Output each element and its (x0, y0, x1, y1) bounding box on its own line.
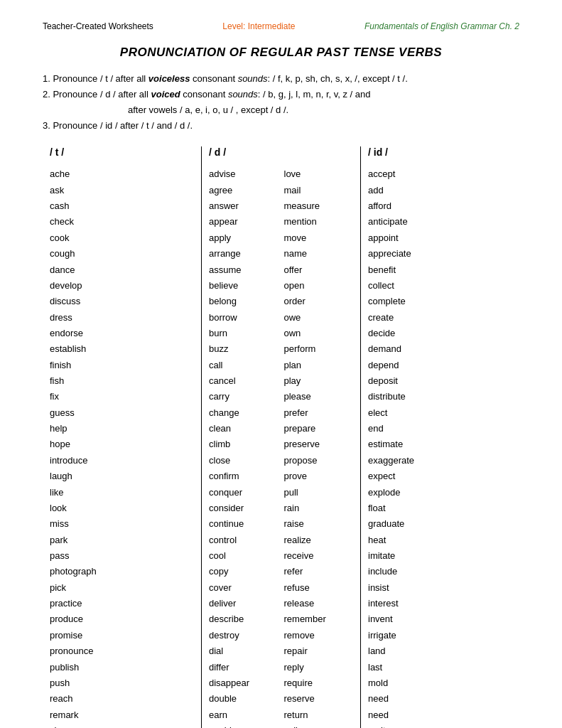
list-item: continue (209, 516, 279, 532)
header-center: Level: Intermediate (222, 21, 295, 31)
list-item: advise (209, 166, 279, 182)
rules-section: 1. Pronounce / t / after all voiceless c… (43, 71, 519, 134)
list-item: cook (50, 230, 194, 246)
list-item: develop (50, 278, 194, 294)
list-item: dial (209, 643, 279, 659)
list-item: own (284, 326, 354, 341)
list-item: demand (368, 341, 512, 357)
list-item: answer (209, 198, 279, 214)
list-item: differ (209, 660, 279, 675)
column-d-header: / d / (209, 146, 279, 158)
list-item: interest (368, 596, 512, 611)
list-item: create (368, 310, 512, 326)
rule-1: 1. Pronounce / t / after all voiceless c… (43, 71, 519, 87)
list-item: accept (368, 166, 512, 182)
list-item: climb (209, 437, 279, 452)
list-item: appear (209, 214, 279, 230)
list-item: like (50, 485, 194, 500)
list-item: confirm (209, 469, 279, 484)
list-item: arrange (209, 246, 279, 262)
list-item: reply (284, 660, 354, 675)
list-item: complete (368, 294, 512, 309)
list-item: agree (209, 183, 279, 198)
list-item: anticipate (368, 214, 512, 230)
page-title: PRONUNCIATION OF REGULAR PAST TENSE VERB… (43, 46, 519, 60)
list-item: include (368, 564, 512, 579)
list-item: pick (50, 580, 194, 596)
list-item: open (284, 278, 354, 294)
list-item: endorse (50, 326, 194, 341)
list-item: offer (284, 262, 354, 278)
list-item: photograph (50, 564, 194, 579)
list-item: omit (368, 723, 512, 728)
level-label: Level: (222, 21, 245, 31)
list-item: enable (209, 723, 279, 728)
list-item: publish (50, 660, 194, 675)
list-item: pronounce (50, 643, 194, 659)
column-id-header: / id / (368, 146, 512, 158)
list-item: check (50, 214, 194, 230)
list-item: remove (284, 628, 354, 643)
list-item: expect (368, 469, 512, 484)
list-item: call (209, 358, 279, 373)
list-item: measure (284, 198, 354, 214)
column-d2-spacer (284, 146, 354, 158)
list-item: estimate (368, 437, 512, 452)
list-item: hope (50, 437, 194, 452)
column-t-header: / t / (50, 146, 194, 158)
list-item: help (50, 421, 194, 437)
list-item: benefit (368, 262, 512, 278)
list-item: remark (50, 707, 194, 723)
header: Teacher-Created Worksheets Level: Interm… (43, 21, 519, 31)
list-item: carry (209, 389, 279, 405)
list-item: cover (209, 580, 279, 596)
list-item: sail (284, 723, 354, 728)
column-d1-list: adviseagreeanswerappearapplyarrangeassum… (209, 166, 279, 728)
list-item: introduce (50, 453, 194, 469)
list-item: pull (284, 485, 354, 500)
list-item: prepare (284, 421, 354, 437)
list-item: require (284, 675, 354, 691)
list-item: assume (209, 262, 279, 278)
list-item: cool (209, 548, 279, 564)
list-item: guess (50, 405, 194, 421)
list-item: clean (209, 421, 279, 437)
list-item: ask (50, 183, 194, 198)
list-item: afford (368, 198, 512, 214)
list-item: fish (50, 373, 194, 389)
list-item: graduate (368, 516, 512, 532)
list-item: decide (368, 326, 512, 341)
list-item: land (368, 643, 512, 659)
list-item: elect (368, 405, 512, 421)
level-value: Intermediate (248, 21, 296, 31)
list-item: appoint (368, 230, 512, 246)
list-item: disappear (209, 675, 279, 691)
list-item: double (209, 691, 279, 707)
list-item: burn (209, 326, 279, 341)
list-item: prefer (284, 405, 354, 421)
list-item: refuse (284, 580, 354, 596)
list-item: fix (50, 389, 194, 405)
list-item: earn (209, 707, 279, 723)
list-item: perform (284, 341, 354, 357)
rule-2: 2. Pronounce / d / after all voiced cons… (43, 87, 519, 102)
list-item: collect (368, 278, 512, 294)
list-item: remember (284, 611, 354, 627)
list-item: please (284, 389, 354, 405)
list-item: distribute (368, 389, 512, 405)
columns-container: / t / acheaskcashcheckcookcoughdancedeve… (43, 146, 519, 728)
list-item: mention (284, 214, 354, 230)
list-item: apply (209, 230, 279, 246)
list-item: explode (368, 485, 512, 500)
list-item: receive (284, 548, 354, 564)
list-item: dress (50, 310, 194, 326)
list-item: release (284, 596, 354, 611)
list-item: insist (368, 580, 512, 596)
list-item: propose (284, 453, 354, 469)
list-item: change (209, 405, 279, 421)
list-item: love (284, 166, 354, 182)
list-item: reach (50, 691, 194, 707)
column-id: / id / acceptaddaffordanticipateappointa… (361, 146, 519, 728)
list-item: add (368, 183, 512, 198)
rule-2-cont: after vowels / a, e, i, o, u / , except … (128, 102, 519, 118)
